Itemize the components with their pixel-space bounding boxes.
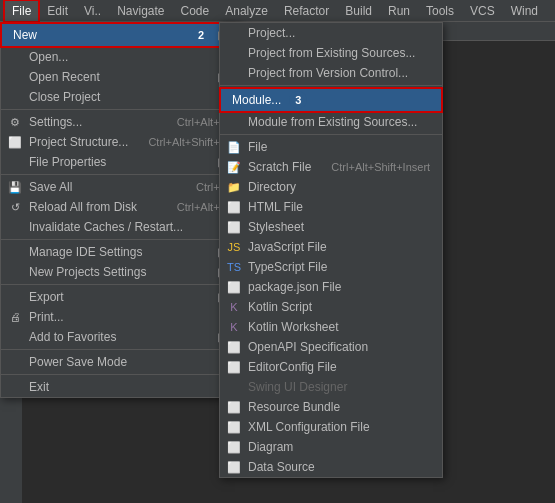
menu-item-print[interactable]: 🖨 Print...	[1, 307, 239, 327]
separator	[1, 174, 239, 175]
open-recent-label: Open Recent	[29, 70, 100, 84]
settings-icon: ⚙	[7, 114, 23, 130]
file-properties-label: File Properties	[29, 155, 106, 169]
stylesheet-label: Stylesheet	[248, 220, 304, 234]
new-javascript-file[interactable]: JS JavaScript File	[220, 237, 442, 257]
new-module-existing[interactable]: Module from Existing Sources...	[220, 112, 442, 132]
javascript-file-label: JavaScript File	[248, 240, 327, 254]
menu-item-reload[interactable]: ↺ Reload All from Disk Ctrl+Alt+Y	[1, 197, 239, 217]
project-structure-shortcut: Ctrl+Alt+Shift+S	[148, 136, 227, 148]
new-typescript-file[interactable]: TS TypeScript File	[220, 257, 442, 277]
data-source-label: Data Source	[248, 460, 315, 474]
menu-tools[interactable]: Tools	[418, 0, 462, 22]
html-icon: ⬜	[226, 199, 242, 215]
new-xml-config[interactable]: ⬜ XML Configuration File	[220, 417, 442, 437]
menu-analyze[interactable]: Analyze	[217, 0, 276, 22]
new-openapi[interactable]: ⬜ OpenAPI Specification	[220, 337, 442, 357]
menubar: File Edit Vi.. Navigate Code Analyze Ref…	[0, 0, 555, 22]
new-stylesheet[interactable]: ⬜ Stylesheet	[220, 217, 442, 237]
close-project-label: Close Project	[29, 90, 100, 104]
menu-refactor[interactable]: Refactor	[276, 0, 337, 22]
menu-file[interactable]: File	[4, 0, 39, 22]
project-structure-label: Project Structure...	[29, 135, 128, 149]
project-label: Project...	[248, 26, 295, 40]
directory-icon: 📁	[226, 179, 242, 195]
typescript-file-label: TypeScript File	[248, 260, 327, 274]
new-diagram[interactable]: ⬜ Diagram	[220, 437, 442, 457]
ts-icon: TS	[226, 259, 242, 275]
package-json-label: package.json File	[248, 280, 341, 294]
new-file[interactable]: 📄 File	[220, 137, 442, 157]
kotlin-script-label: Kotlin Script	[248, 300, 312, 314]
new-label: New	[13, 28, 37, 42]
new-project-vcs[interactable]: Project from Version Control...	[220, 63, 442, 83]
menu-navigate[interactable]: Navigate	[109, 0, 172, 22]
separator	[220, 85, 442, 86]
menu-item-export[interactable]: Export ▶	[1, 287, 239, 307]
new-module[interactable]: Module... 3	[220, 88, 442, 112]
scratch-file-icon: 📝	[226, 159, 242, 175]
new-directory[interactable]: 📁 Directory	[220, 177, 442, 197]
menu-edit[interactable]: Edit	[39, 0, 76, 22]
menu-code[interactable]: Code	[173, 0, 218, 22]
step-badge-2: 2	[192, 26, 210, 44]
menu-item-new-projects[interactable]: New Projects Settings ▶	[1, 262, 239, 282]
new-swing-designer: Swing UI Designer	[220, 377, 442, 397]
resource-bundle-icon: ⬜	[226, 399, 242, 415]
diagram-label: Diagram	[248, 440, 293, 454]
invalidate-label: Invalidate Caches / Restart...	[29, 220, 183, 234]
new-scratch-file[interactable]: 📝 Scratch File Ctrl+Alt+Shift+Insert	[220, 157, 442, 177]
css-icon: ⬜	[226, 219, 242, 235]
new-data-source[interactable]: ⬜ Data Source	[220, 457, 442, 477]
save-all-label: Save All	[29, 180, 72, 194]
new-project[interactable]: Project...	[220, 23, 442, 43]
xml-config-label: XML Configuration File	[248, 420, 370, 434]
menu-item-settings[interactable]: ⚙ Settings... Ctrl+Alt+S	[1, 112, 239, 132]
menu-item-save-all[interactable]: 💾 Save All Ctrl+S	[1, 177, 239, 197]
new-kotlin-script[interactable]: K Kotlin Script	[220, 297, 442, 317]
diagram-icon: ⬜	[226, 439, 242, 455]
menu-item-open[interactable]: Open...	[1, 47, 239, 67]
kotlin-worksheet-label: Kotlin Worksheet	[248, 320, 339, 334]
menu-item-open-recent[interactable]: Open Recent ▶	[1, 67, 239, 87]
project-structure-icon: ⬜	[7, 134, 23, 150]
menu-item-close-project[interactable]: Close Project	[1, 87, 239, 107]
print-label: Print...	[29, 310, 64, 324]
menu-item-add-favorites[interactable]: Add to Favorites ▶	[1, 327, 239, 347]
menu-item-power-save[interactable]: Power Save Mode	[1, 352, 239, 372]
menu-item-manage-ide[interactable]: Manage IDE Settings ▶	[1, 242, 239, 262]
openapi-label: OpenAPI Specification	[248, 340, 368, 354]
new-project-existing[interactable]: Project from Existing Sources...	[220, 43, 442, 63]
kotlin-icon: K	[226, 299, 242, 315]
separator	[1, 239, 239, 240]
swing-designer-label: Swing UI Designer	[248, 380, 347, 394]
menu-item-project-structure[interactable]: ⬜ Project Structure... Ctrl+Alt+Shift+S	[1, 132, 239, 152]
menu-item-invalidate[interactable]: Invalidate Caches / Restart...	[1, 217, 239, 237]
export-label: Export	[29, 290, 64, 304]
html-file-label: HTML File	[248, 200, 303, 214]
menu-window[interactable]: Wind	[503, 0, 546, 22]
manage-ide-label: Manage IDE Settings	[29, 245, 142, 259]
new-editorconfig[interactable]: ⬜ EditorConfig File	[220, 357, 442, 377]
new-resource-bundle[interactable]: ⬜ Resource Bundle	[220, 397, 442, 417]
menu-item-exit[interactable]: Exit	[1, 377, 239, 397]
editorconfig-icon: ⬜	[226, 359, 242, 375]
scratch-file-label: Scratch File	[248, 160, 311, 174]
menu-build[interactable]: Build	[337, 0, 380, 22]
new-submenu-dropdown: Project... Project from Existing Sources…	[219, 22, 443, 478]
menu-item-new[interactable]: New 2 ▶	[1, 23, 239, 47]
menu-vcs[interactable]: VCS	[462, 0, 503, 22]
menu-view[interactable]: Vi..	[76, 0, 109, 22]
exit-label: Exit	[29, 380, 49, 394]
new-kotlin-worksheet[interactable]: K Kotlin Worksheet	[220, 317, 442, 337]
editorconfig-label: EditorConfig File	[248, 360, 337, 374]
power-save-label: Power Save Mode	[29, 355, 127, 369]
new-html-file[interactable]: ⬜ HTML File	[220, 197, 442, 217]
new-package-json[interactable]: ⬜ package.json File	[220, 277, 442, 297]
module-label: Module...	[232, 93, 281, 107]
menu-item-file-properties[interactable]: File Properties ▶	[1, 152, 239, 172]
npm-icon: ⬜	[226, 279, 242, 295]
add-favorites-label: Add to Favorites	[29, 330, 116, 344]
reload-icon: ↺	[7, 199, 23, 215]
menu-run[interactable]: Run	[380, 0, 418, 22]
